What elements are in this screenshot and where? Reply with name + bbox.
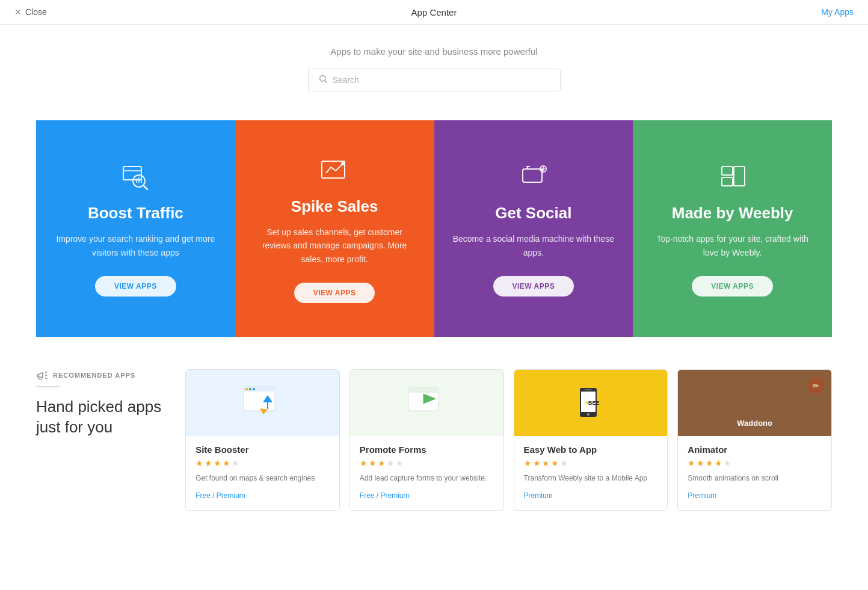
spike-sales-icon xyxy=(319,154,350,188)
boost-traffic-desc: Improve your search ranking and get more… xyxy=(54,232,217,259)
megaphone-icon xyxy=(36,369,48,381)
spike-sales-desc: Set up sales channels, get customer revi… xyxy=(253,226,416,266)
app-center-header: ✕ Close App Center My Apps xyxy=(0,0,868,25)
animator-desc: Smooth animations on scroll xyxy=(688,473,822,484)
recommended-label-area: Recommended Apps Hand picked apps just f… xyxy=(36,369,161,438)
svg-rect-38 xyxy=(585,389,592,390)
search-icon xyxy=(318,74,328,86)
promote-forms-desc: Add lead capture forms to your website. xyxy=(360,473,494,484)
site-booster-pricing: Free / Premium xyxy=(195,491,245,500)
svg-rect-11 xyxy=(523,169,542,182)
recommended-headline: Hand picked apps just for you xyxy=(36,397,161,438)
site-booster-body: Site Booster ★ ★ ★ ★ ★ Get found on maps… xyxy=(186,444,339,500)
made-by-weebly-view-apps-button[interactable]: VIEW APPS xyxy=(692,276,773,297)
made-by-weebly-desc: Top-notch apps for your site, crafted wi… xyxy=(651,232,814,259)
svg-line-21 xyxy=(45,372,47,373)
promote-forms-stars: ★ ★ ★ ★ ★ xyxy=(360,458,494,468)
recommended-section: Recommended Apps Hand picked apps just f… xyxy=(0,351,868,529)
my-apps-link[interactable]: My Apps xyxy=(821,7,854,17)
svg-point-10 xyxy=(341,162,345,165)
spike-sales-title: Spike Sales xyxy=(291,197,378,216)
svg-line-23 xyxy=(45,378,47,379)
category-card-spike-sales[interactable]: Spike Sales Set up sales channels, get c… xyxy=(235,120,434,337)
promote-forms-name: Promote Forms xyxy=(360,444,494,455)
get-social-icon xyxy=(518,161,549,194)
category-card-get-social[interactable]: Get Social Become a social media machine… xyxy=(434,120,633,337)
app-center-title: App Center xyxy=(411,7,457,17)
svg-marker-20 xyxy=(38,373,43,378)
close-button[interactable]: ✕ Close xyxy=(14,7,47,17)
easy-web-thumb: ✦ BEE xyxy=(514,370,668,436)
made-by-weebly-title: Made by Weebly xyxy=(672,204,793,223)
app-card-easy-web-to-app[interactable]: ✦ BEE Easy Web to App ★ ★ ★ ★ ★ Transfor… xyxy=(514,369,668,511)
categories-section: Boost Traffic Improve your search rankin… xyxy=(0,106,868,351)
spike-sales-view-apps-button[interactable]: VIEW APPS xyxy=(294,283,375,303)
get-social-title: Get Social xyxy=(495,204,571,223)
svg-rect-19 xyxy=(734,167,745,186)
promote-forms-body: Promote Forms ★ ★ ★ ★ ★ Add lead capture… xyxy=(350,444,503,500)
promote-forms-pricing: Free / Premium xyxy=(360,491,410,500)
svg-rect-25 xyxy=(244,387,275,392)
site-booster-thumb xyxy=(186,370,339,436)
easy-web-body: Easy Web to App ★ ★ ★ ★ ★ Transform Weeb… xyxy=(514,444,668,500)
animator-pricing: Premium xyxy=(688,491,716,500)
close-label: Close xyxy=(25,7,47,17)
animator-name: Animator xyxy=(688,444,822,455)
easy-web-name: Easy Web to App xyxy=(524,444,658,455)
site-booster-name: Site Booster xyxy=(195,444,330,455)
svg-point-37 xyxy=(587,413,589,416)
app-cards-container: Site Booster ★ ★ ★ ★ ★ Get found on maps… xyxy=(185,369,832,511)
recommended-apps-label: Recommended Apps xyxy=(53,372,135,379)
site-booster-stars: ★ ★ ★ ★ ★ xyxy=(195,458,330,468)
hero-section: Apps to make your site and business more… xyxy=(0,25,868,106)
svg-point-27 xyxy=(249,388,251,390)
app-card-animator[interactable]: ✏ Waddono Animator ★ ★ ★ ★ ★ Smooth anim… xyxy=(677,369,832,511)
animator-brand-text: Waddono xyxy=(737,419,772,428)
category-card-made-by-weebly[interactable]: Made by Weebly Top-notch apps for your s… xyxy=(633,120,832,337)
divider xyxy=(36,386,60,387)
get-social-desc: Become a social media machine with these… xyxy=(452,232,615,259)
easy-web-pricing: Premium xyxy=(524,491,553,500)
hero-subtitle: Apps to make your site and business more… xyxy=(12,46,856,57)
svg-point-26 xyxy=(245,388,248,390)
svg-rect-18 xyxy=(722,177,733,186)
animator-stars: ★ ★ ★ ★ ★ xyxy=(688,458,822,468)
boost-traffic-view-apps-button[interactable]: VIEW APPS xyxy=(95,276,176,297)
svg-point-0 xyxy=(319,76,325,81)
easy-web-stars: ★ ★ ★ ★ ★ xyxy=(524,458,658,468)
promote-forms-thumb xyxy=(350,370,503,436)
svg-rect-17 xyxy=(722,167,733,175)
recommended-header: Recommended Apps xyxy=(36,369,161,381)
animator-pencil-icon: ✏ xyxy=(807,377,824,394)
svg-rect-33 xyxy=(408,388,439,393)
svg-point-28 xyxy=(253,388,255,390)
site-booster-desc: Get found on maps & search engines xyxy=(195,473,330,484)
app-card-promote-forms[interactable]: Promote Forms ★ ★ ★ ★ ★ Add lead capture… xyxy=(349,369,504,511)
search-bar xyxy=(308,69,561,91)
get-social-view-apps-button[interactable]: VIEW APPS xyxy=(493,276,574,297)
svg-line-5 xyxy=(143,185,147,189)
app-card-site-booster[interactable]: Site Booster ★ ★ ★ ★ ★ Get found on maps… xyxy=(185,369,340,511)
search-input[interactable] xyxy=(333,75,550,85)
animator-thumb: ✏ Waddono xyxy=(678,370,831,436)
category-card-boost-traffic[interactable]: Boost Traffic Improve your search rankin… xyxy=(36,120,235,337)
svg-line-1 xyxy=(325,81,327,83)
boost-traffic-title: Boost Traffic xyxy=(88,204,183,223)
easy-web-desc: Transform Weebly site to a Mobile App xyxy=(524,473,658,484)
svg-text:BEE: BEE xyxy=(588,400,600,406)
close-icon: ✕ xyxy=(14,7,22,17)
made-by-weebly-icon xyxy=(717,161,748,194)
boost-traffic-icon xyxy=(120,161,151,194)
animator-body: Animator ★ ★ ★ ★ ★ Smooth animations on … xyxy=(678,444,831,500)
